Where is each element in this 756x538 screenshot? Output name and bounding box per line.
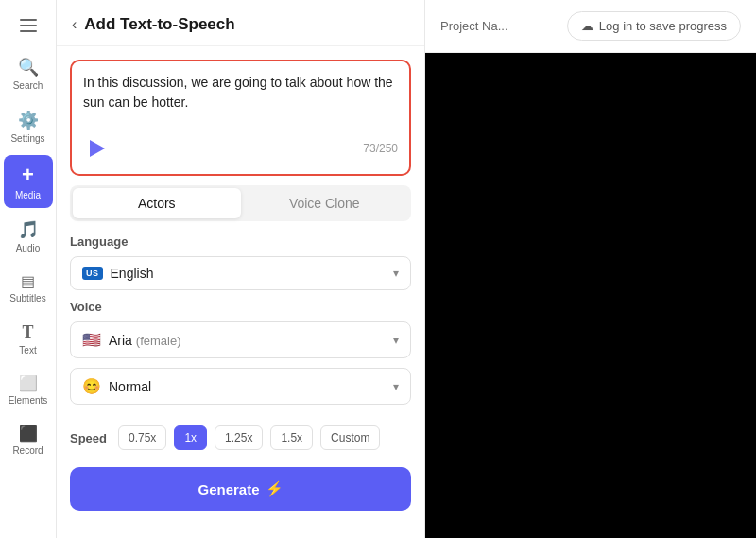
elements-icon: ⬜ xyxy=(19,374,38,392)
cloud-icon: ☁ xyxy=(581,19,593,33)
media-icon: + xyxy=(22,163,34,187)
text-input-footer: 73/250 xyxy=(83,134,398,163)
save-label: Log in to save progress xyxy=(599,19,727,33)
voice-label: Voice xyxy=(70,300,411,314)
char-counter: 73/250 xyxy=(363,142,398,155)
speed-label: Speed xyxy=(70,431,107,445)
speed-custom[interactable]: Custom xyxy=(320,425,380,450)
sidebar-item-search[interactable]: 🔍 Search xyxy=(4,49,53,98)
speed-1-25x[interactable]: 1.25x xyxy=(215,425,263,450)
language-dropdown[interactable]: US English ▾ xyxy=(70,256,411,290)
style-dropdown[interactable]: 😊 Normal ▾ xyxy=(70,368,411,405)
project-name[interactable]: Project Na... xyxy=(440,19,508,33)
generate-button[interactable]: Generate ⚡ xyxy=(70,467,411,511)
style-chevron-icon: ▾ xyxy=(393,380,399,393)
sidebar-label-media: Media xyxy=(15,190,41,200)
actor-gender: (female) xyxy=(136,334,181,348)
generate-label: Generate xyxy=(198,481,259,497)
language-chevron-icon: ▾ xyxy=(393,267,399,280)
panel-title: Add Text-to-Speech xyxy=(84,15,234,34)
hamburger-icon xyxy=(20,19,37,32)
video-canvas xyxy=(425,53,756,538)
sidebar-item-elements[interactable]: ⬜ Elements xyxy=(4,367,53,413)
sidebar-label-audio: Audio xyxy=(16,243,41,253)
language-label: Language xyxy=(70,234,411,249)
sidebar-label-subtitles: Subtitles xyxy=(9,293,45,304)
top-bar: Project Na... ☁ Log in to save progress xyxy=(425,0,756,53)
subtitles-icon: ▤ xyxy=(21,272,35,290)
sidebar-item-text[interactable]: T Text xyxy=(4,315,53,363)
speed-section: Speed 0.75x 1x 1.25x 1.5x Custom xyxy=(70,425,411,450)
canvas-area: Project Na... ☁ Log in to save progress xyxy=(425,0,756,538)
save-progress-button[interactable]: ☁ Log in to save progress xyxy=(567,11,741,41)
speed-1x[interactable]: 1x xyxy=(174,425,207,450)
sidebar-item-subtitles[interactable]: ▤ Subtitles xyxy=(4,265,53,311)
tab-voice-clone[interactable]: Voice Clone xyxy=(241,188,409,218)
tab-actors[interactable]: Actors xyxy=(73,188,241,218)
speed-0-75x[interactable]: 0.75x xyxy=(118,425,166,450)
actor-dropdown[interactable]: 🇺🇸 Aria (female) ▾ xyxy=(70,321,411,358)
main-panel: ‹ Add Text-to-Speech In this discussion,… xyxy=(57,0,425,538)
sidebar-label-settings: Settings xyxy=(10,133,44,144)
sidebar-label-elements: Elements xyxy=(9,395,48,406)
tts-text-content[interactable]: In this discussion, we are going to talk… xyxy=(83,73,398,125)
style-value: Normal xyxy=(109,379,393,394)
settings-icon: ⚙️ xyxy=(18,110,39,130)
back-button[interactable]: ‹ xyxy=(72,17,77,32)
play-triangle-icon xyxy=(90,140,105,157)
language-value: English xyxy=(111,266,393,281)
search-icon: 🔍 xyxy=(18,57,39,78)
style-emoji-icon: 😊 xyxy=(82,377,101,395)
audio-icon: 🎵 xyxy=(18,219,39,240)
text-input-box[interactable]: In this discussion, we are going to talk… xyxy=(70,60,411,176)
sidebar-label-record: Record xyxy=(12,445,43,456)
play-button[interactable] xyxy=(83,134,112,163)
generate-emoji-icon: ⚡ xyxy=(266,480,284,497)
speed-1-5x[interactable]: 1.5x xyxy=(270,425,313,450)
actor-name: Aria (female) xyxy=(109,333,393,348)
sidebar-label-search: Search xyxy=(13,80,43,91)
voice-section: Voice 🇺🇸 Aria (female) ▾ 😊 Normal ▾ xyxy=(57,300,424,414)
actor-chevron-icon: ▾ xyxy=(393,334,399,347)
sidebar-item-audio[interactable]: 🎵 Audio xyxy=(4,212,53,261)
actor-name-text: Aria xyxy=(109,333,132,348)
record-icon: ⬛ xyxy=(19,425,38,443)
sidebar-item-record[interactable]: ⬛ Record xyxy=(4,417,53,463)
sidebar: 🔍 Search ⚙️ Settings + Media 🎵 Audio ▤ S… xyxy=(0,0,57,538)
sidebar-label-text: Text xyxy=(19,345,36,356)
panel-header: ‹ Add Text-to-Speech xyxy=(57,0,424,46)
voice-tabs: Actors Voice Clone xyxy=(70,185,411,221)
actor-flag-icon: 🇺🇸 xyxy=(82,331,101,349)
sidebar-item-media[interactable]: + Media xyxy=(4,155,53,208)
text-icon: T xyxy=(22,322,33,342)
sidebar-item-settings[interactable]: ⚙️ Settings xyxy=(4,102,53,151)
hamburger-menu[interactable] xyxy=(4,9,53,42)
language-flag-badge: US xyxy=(82,267,103,280)
